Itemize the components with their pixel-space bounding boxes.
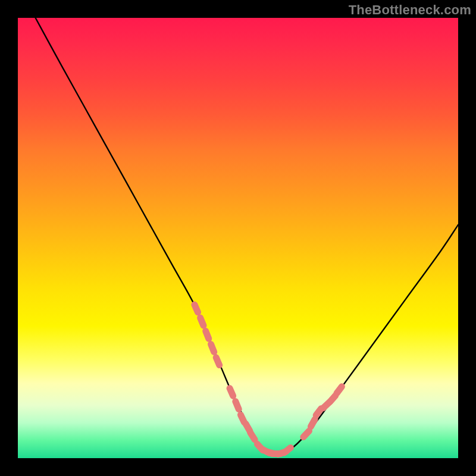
marker-dot bbox=[250, 433, 255, 440]
curve-line bbox=[36, 18, 458, 455]
marker-dot bbox=[330, 396, 336, 402]
marker-dot bbox=[216, 358, 220, 365]
chart-frame: TheBottleneck.com bbox=[0, 0, 476, 476]
plot-area bbox=[18, 18, 458, 458]
marker-dot bbox=[195, 305, 198, 312]
marker-dot bbox=[206, 331, 209, 339]
marker-dot bbox=[337, 387, 342, 393]
marker-dot bbox=[236, 402, 239, 409]
marker-dot bbox=[311, 419, 315, 427]
marker-dot bbox=[284, 447, 290, 453]
marker-dots bbox=[195, 305, 342, 454]
marker-dot bbox=[230, 389, 233, 396]
marker-dot bbox=[211, 345, 214, 352]
watermark-text: TheBottleneck.com bbox=[349, 2, 471, 18]
marker-dot bbox=[201, 318, 203, 325]
marker-dot bbox=[303, 431, 309, 437]
chart-svg bbox=[18, 18, 458, 458]
